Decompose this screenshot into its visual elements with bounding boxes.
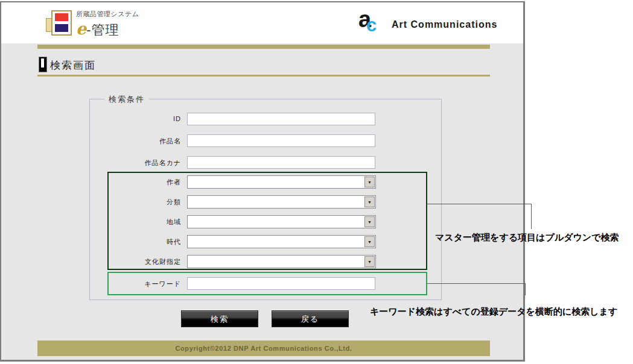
dropdown-arrow-icon[interactable]: ▼ [364,177,375,187]
page-title-icon [39,57,47,72]
keyword-note: キーワード検索はすべての登録データを横断的に検索します [370,306,617,318]
dropdown-arrow-icon[interactable]: ▼ [364,236,375,247]
work-title-kana-label: 作品名カナ [1,158,181,168]
keyword-note-connector-line [427,283,526,284]
header-divider-bar [37,45,490,49]
id-row: ID [1,113,523,126]
logo-frame-icon [51,10,72,36]
region-label: 地域 [1,218,181,227]
pulldown-note: マスター管理をする項目はプルダウンで検索 [435,232,619,243]
era-label: 時代 [1,237,181,246]
cultural-property-label: 文化財指定 [1,257,181,266]
id-input[interactable] [187,113,375,125]
author-label: 作者 [1,178,181,187]
pulldown-note-connector-line [427,204,532,204]
logo-text: 所蔵品管理システム e-管理 [76,10,139,39]
keyword-label: キーワード [1,280,181,289]
search-button[interactable]: 検索 [181,310,258,327]
category-label: 分類 [1,198,181,207]
e-kanri-logo: 所蔵品管理システム e-管理 [37,7,194,39]
work-title-kana-input[interactable] [187,156,375,169]
category-select[interactable]: ▼ [187,195,376,209]
brand-name: Art Communications [392,19,497,30]
id-label: ID [1,115,181,122]
cultural-property-row: 文化財指定 ▼ [1,255,523,268]
logo-navy-rect-icon [55,24,68,32]
product-name: e-管理 [76,19,139,39]
dropdown-arrow-icon[interactable]: ▼ [364,196,375,207]
keyword-input[interactable] [187,277,375,290]
title-kana-row: 作品名カナ [1,156,523,169]
copyright-bar: Copyright©2012 DNP Art Communications Co… [37,340,490,356]
author-row: 作者 ▼ [1,175,523,189]
cultural-property-select[interactable]: ▼ [187,255,376,268]
keyword-note-connector-line [525,283,526,295]
title-underline-bar [37,75,490,77]
page-title-text: 検索画面 [50,58,96,72]
pulldown-note-connector-line [531,204,532,229]
region-row: 地域 ▼ [1,215,523,228]
era-select[interactable]: ▼ [187,235,376,248]
region-select[interactable]: ▼ [187,215,376,228]
system-name: 所蔵品管理システム [76,10,139,19]
ac-monogram-icon: a c [358,12,386,37]
author-select[interactable]: ▼ [187,175,376,189]
monogram-c: c [366,14,377,36]
product-name-e: e [76,19,86,38]
keyword-row: キーワード [1,277,523,290]
app-header: 所蔵品管理システム e-管理 a c Art Communications [1,2,523,43]
dropdown-arrow-icon[interactable]: ▼ [364,216,375,227]
fieldset-legend: 検索条件 [104,94,149,105]
title-row: 作品名 [1,134,523,148]
dropdown-arrow-icon[interactable]: ▼ [364,256,375,267]
category-row: 分類 ▼ [1,195,523,209]
back-button[interactable]: 戻る [272,310,349,327]
product-name-suffix: -管理 [86,22,119,37]
work-title-input[interactable] [187,134,375,147]
work-title-label: 作品名 [1,137,181,146]
logo-red-rect-icon [55,13,68,21]
